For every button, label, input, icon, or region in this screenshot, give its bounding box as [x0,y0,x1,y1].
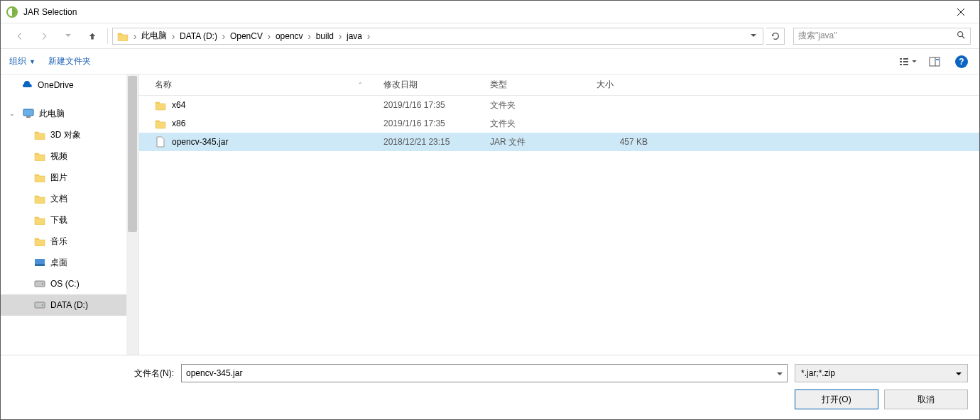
toolbar: 组织 ▼ 新建文件夹 ? [1,49,979,74]
sidebar-item-label: DATA (D:) [50,300,88,310]
chevron-right-icon[interactable] [335,31,345,42]
disk-icon [33,299,46,311]
window-title: JAR Selection [23,7,944,17]
column-size[interactable]: 大小 [587,74,658,95]
view-options-button[interactable] [898,52,917,71]
file-size: 457 KB [587,137,658,147]
file-row[interactable]: x862019/1/16 17:35文件夹 [139,114,979,133]
column-label: 类型 [490,79,507,91]
file-list: 名称⌃ 修改日期 类型 大小 x642019/1/16 17:35文件夹x862… [139,74,979,355]
sidebar: OneDrive ⌄ 此电脑 3D 对象 视频 图片 文档 下载 音乐 桌面 O… [1,74,126,355]
close-button[interactable] [944,1,976,23]
folder-icon [33,171,46,184]
sidebar-item-label: 桌面 [50,257,67,269]
breadcrumb-segment[interactable]: 此电脑 [140,30,168,42]
sidebar-item-label: 此电脑 [39,108,65,120]
sort-indicator-icon: ⌃ [358,82,363,88]
folder-icon [33,150,46,162]
cancel-button[interactable]: 取消 [884,389,968,409]
nav-separator [107,28,108,44]
sidebar-item-pictures[interactable]: 图片 [1,167,126,188]
disk-icon [33,277,46,290]
sidebar-item-downloads[interactable]: 下载 [1,209,126,231]
file-row[interactable]: opencv-345.jar2018/12/21 23:15JAR 文件457 … [139,133,979,151]
back-button[interactable] [9,26,31,47]
help-button[interactable]: ? [952,52,971,71]
folder-icon [33,235,46,248]
chevron-right-icon[interactable] [264,31,274,42]
search-icon [956,30,966,42]
sidebar-item-3dobjects[interactable]: 3D 对象 [1,124,126,145]
scrollbar-thumb[interactable] [128,76,137,232]
up-button[interactable] [82,26,103,47]
folder-icon [116,31,130,41]
sidebar-item-label: 3D 对象 [50,129,81,141]
column-type[interactable]: 类型 [480,74,587,95]
sidebar-item-music[interactable]: 音乐 [1,231,126,252]
sidebar-item-thispc[interactable]: ⌄ 此电脑 [1,103,126,124]
folder-icon [155,99,166,111]
file-date: 2019/1/16 17:35 [374,118,480,128]
folder-icon [33,214,46,226]
sidebar-item-label: 文档 [50,193,67,205]
chevron-down-icon[interactable] [777,368,783,378]
open-button[interactable]: 打开(O) [795,389,878,409]
chevron-right-icon[interactable] [219,31,229,42]
onedrive-icon [21,79,33,92]
breadcrumb[interactable]: 此电脑 DATA (D:) OpenCV opencv build java [112,28,763,45]
search-input[interactable]: 搜索"java" [793,28,971,45]
filename-label: 文件名(N): [12,368,174,380]
refresh-button[interactable] [766,28,785,45]
sidebar-scrollbar[interactable] [126,74,138,355]
sidebar-item-label: 视频 [50,150,67,162]
file-icon [155,136,166,148]
filter-dropdown[interactable]: *.jar;*.zip [795,364,968,382]
organize-menu[interactable]: 组织 ▼ [9,55,36,67]
column-label: 大小 [597,79,614,91]
nav-row: 此电脑 DATA (D:) OpenCV opencv build java 搜… [1,23,979,49]
column-name[interactable]: 名称⌃ [139,74,374,95]
sidebar-item-documents[interactable]: 文档 [1,188,126,209]
titlebar: JAR Selection [1,1,979,23]
breadcrumb-dropdown[interactable] [747,34,760,38]
chevron-right-icon[interactable] [168,31,178,42]
file-name: opencv-345.jar [172,137,228,147]
app-icon [6,6,18,18]
sidebar-item-desktop[interactable]: 桌面 [1,252,126,273]
forward-button[interactable] [33,26,55,47]
search-placeholder: 搜索"java" [798,30,956,42]
column-headers: 名称⌃ 修改日期 类型 大小 [139,74,979,96]
file-date: 2018/12/21 23:15 [374,137,480,147]
folder-icon [33,192,46,205]
file-row[interactable]: x642019/1/16 17:35文件夹 [139,96,979,114]
breadcrumb-segment[interactable]: DATA (D:) [178,31,219,41]
column-label: 名称 [155,79,172,91]
sidebar-item-label: 下载 [50,214,67,226]
chevron-right-icon[interactable] [305,31,315,42]
breadcrumb-segment[interactable]: java [345,31,364,41]
new-folder-button[interactable]: 新建文件夹 [48,55,91,67]
footer: 文件名(N): opencv-345.jar *.jar;*.zip 打开(O)… [1,355,979,419]
filename-input[interactable]: opencv-345.jar [181,364,788,382]
breadcrumb-segment[interactable]: build [315,31,335,41]
sidebar-item-label: 图片 [50,172,67,184]
desktop-icon [33,256,46,269]
sidebar-item-data-d[interactable]: DATA (D:) [1,294,126,316]
breadcrumb-segment[interactable]: OpenCV [229,31,264,41]
sidebar-item-label: 音乐 [50,236,67,248]
sidebar-item-os-c[interactable]: OS (C:) [1,273,126,294]
breadcrumb-segment[interactable]: opencv [274,31,305,41]
organize-label: 组织 [9,55,26,67]
cancel-label: 取消 [918,394,935,406]
pc-icon [22,107,35,120]
chevron-right-icon[interactable] [130,31,140,42]
file-type: 文件夹 [480,99,587,111]
preview-pane-button[interactable] [925,52,944,71]
new-folder-label: 新建文件夹 [48,55,91,67]
recent-dropdown[interactable] [58,26,79,47]
sidebar-item-videos[interactable]: 视频 [1,145,126,167]
column-date[interactable]: 修改日期 [374,74,480,95]
chevron-right-icon[interactable] [364,31,374,42]
file-name: x64 [172,100,185,110]
sidebar-item-onedrive[interactable]: OneDrive [1,74,126,96]
